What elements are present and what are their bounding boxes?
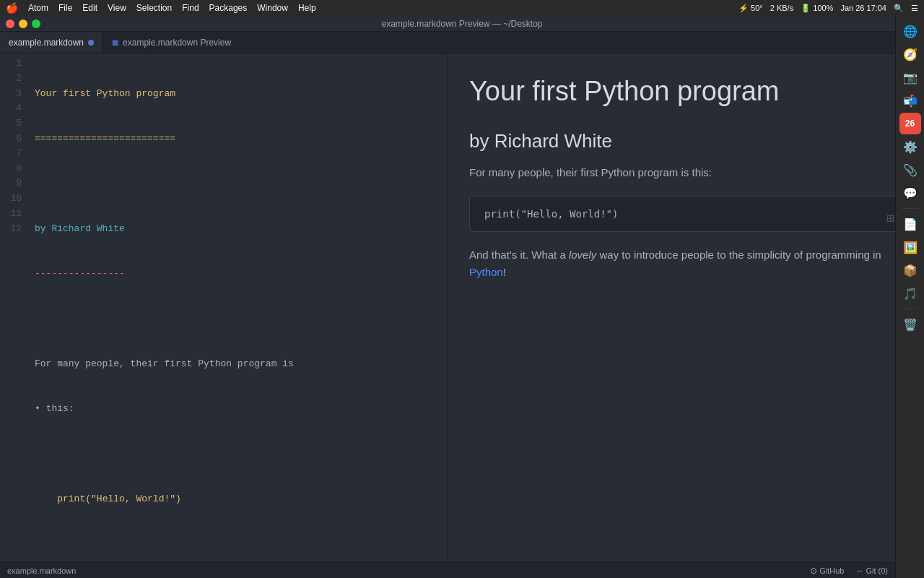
copy-code-icon[interactable]: ⊞ bbox=[886, 210, 894, 225]
menubar: 🍎 Atom File Edit View Selection Find Pac… bbox=[0, 0, 924, 16]
dock-icon-notes[interactable]: 📄 bbox=[899, 213, 921, 235]
menu-view[interactable]: View bbox=[108, 3, 126, 13]
menu-window[interactable]: Window bbox=[257, 3, 288, 13]
minimize-button[interactable] bbox=[19, 20, 27, 28]
menubar-right: ⚡ 50° 2 KB/s 🔋 100% Jan 26 17:04 🔍 ☰ bbox=[738, 0, 918, 16]
git-status[interactable]: ↔ Git (0) bbox=[855, 566, 888, 575]
preview-paragraph-1: For many people, their first Python prog… bbox=[469, 164, 902, 181]
editor-line-6 bbox=[35, 312, 441, 327]
menubar-temp: ⚡ 50° bbox=[738, 4, 763, 13]
editor-line-7: For many people, their first Python prog… bbox=[35, 357, 441, 372]
editor-line-1: Your first Python program bbox=[35, 87, 441, 102]
preview-pane[interactable]: Your first Python program by Richard Whi… bbox=[448, 53, 924, 562]
preview-code-block: print("Hello, World!") ⊞ bbox=[469, 196, 902, 232]
dock-icon-clips[interactable]: 📎 bbox=[899, 159, 921, 181]
tabbar: example.markdown ▦ example.markdown Prev… bbox=[0, 32, 924, 53]
menubar-search-icon[interactable]: 🔍 bbox=[894, 4, 904, 13]
apple-menu[interactable]: 🍎 bbox=[6, 2, 18, 14]
close-button[interactable] bbox=[6, 20, 14, 28]
titlebar: example.markdown Preview — ~/Desktop bbox=[0, 16, 924, 32]
editor-line-3 bbox=[35, 176, 441, 191]
dock-icon-globe[interactable]: 🌐 bbox=[899, 20, 921, 42]
menubar-list-icon[interactable]: ☰ bbox=[911, 4, 918, 13]
editor-body[interactable]: 1 2 3 4 5 6 7 8 9 10 11 12 Your first Py… bbox=[0, 53, 447, 562]
dock-separator-2 bbox=[902, 309, 919, 309]
menu-find[interactable]: Find bbox=[182, 3, 199, 13]
preview-heading-1: Your first Python program bbox=[469, 75, 902, 108]
editor-line-8: • this: bbox=[35, 402, 441, 417]
preview-heading-2: by Richard White bbox=[469, 130, 902, 152]
dock-icon-trash[interactable]: 🗑️ bbox=[899, 314, 921, 335]
preview-p2-before: And that's it. What a bbox=[469, 249, 569, 261]
preview-paragraph-2: And that's it. What a lovely way to intr… bbox=[469, 246, 902, 281]
menubar-clock: Jan 26 17:04 bbox=[840, 4, 886, 12]
dock-icon-messages[interactable]: 💬 bbox=[899, 182, 921, 204]
preview-p2-italic: lovely bbox=[569, 249, 596, 261]
menu-help[interactable]: Help bbox=[298, 3, 316, 13]
main-content: 1 2 3 4 5 6 7 8 9 10 11 12 Your first Py… bbox=[0, 53, 924, 562]
preview-python-link[interactable]: Python bbox=[469, 266, 503, 278]
menu-packages[interactable]: Packages bbox=[209, 3, 248, 13]
menubar-battery: 🔋 100% bbox=[801, 4, 833, 13]
editor-pane[interactable]: 1 2 3 4 5 6 7 8 9 10 11 12 Your first Py… bbox=[0, 53, 448, 562]
editor-tab[interactable]: example.markdown bbox=[0, 32, 103, 53]
editor-line-5: ---------------- bbox=[35, 267, 441, 282]
dock: 🌐 🧭 📷 📬 26 ⚙️ 📎 💬 📄 🖼️ 📦 🎵 🗑️ bbox=[895, 16, 924, 578]
preview-tab-label: example.markdown Preview bbox=[123, 38, 231, 48]
editor-line-4: by Richard White bbox=[35, 222, 441, 237]
dock-icon-archive[interactable]: 📦 bbox=[899, 259, 921, 281]
unsaved-indicator bbox=[88, 40, 94, 46]
editor-line-11 bbox=[35, 538, 441, 553]
dock-icon-calendar[interactable]: 26 bbox=[899, 113, 921, 134]
preview-tab-icon: ▦ bbox=[112, 38, 118, 46]
github-status[interactable]: ⊙ GitHub bbox=[810, 566, 844, 576]
dock-icon-settings[interactable]: ⚙️ bbox=[899, 136, 921, 158]
menu-file[interactable]: File bbox=[58, 3, 72, 13]
dock-icon-preview[interactable]: 🖼️ bbox=[899, 236, 921, 258]
preview-tab[interactable]: ▦ example.markdown Preview bbox=[103, 32, 240, 53]
preview-p2-end: ! bbox=[503, 266, 506, 278]
traffic-lights bbox=[6, 20, 40, 28]
dock-separator bbox=[902, 208, 919, 209]
editor-line-9 bbox=[35, 447, 441, 462]
editor-tab-label: example.markdown bbox=[9, 38, 84, 48]
menu-edit[interactable]: Edit bbox=[82, 3, 97, 13]
window-title: example.markdown Preview — ~/Desktop bbox=[381, 19, 542, 29]
preview-p2-after: way to introduce people to the simplicit… bbox=[596, 249, 881, 261]
line-numbers: 1 2 3 4 5 6 7 8 9 10 11 12 bbox=[0, 56, 29, 562]
menu-atom[interactable]: Atom bbox=[28, 3, 48, 13]
statusbar: example.markdown ⊙ GitHub ↔ Git (0) bbox=[0, 562, 895, 578]
editor-code-area[interactable]: Your first Python program ==============… bbox=[29, 56, 447, 562]
dock-icon-compass[interactable]: 🧭 bbox=[899, 43, 921, 65]
editor-line-10: print("Hello, World!") bbox=[35, 492, 441, 507]
maximize-button[interactable] bbox=[32, 20, 40, 28]
dock-icon-music[interactable]: 🎵 bbox=[899, 282, 921, 304]
dock-icon-mail[interactable]: 📬 bbox=[899, 90, 921, 111]
statusbar-filename: example.markdown bbox=[7, 566, 76, 575]
menu-selection[interactable]: Selection bbox=[136, 3, 172, 13]
statusbar-right: ⊙ GitHub ↔ Git (0) bbox=[810, 566, 888, 576]
editor-line-2: ========================= bbox=[35, 131, 441, 147]
preview-code-text: print("Hello, World!") bbox=[484, 208, 618, 220]
menubar-network: 2 KB/s bbox=[770, 4, 793, 12]
dock-icon-photos[interactable]: 📷 bbox=[899, 66, 921, 88]
